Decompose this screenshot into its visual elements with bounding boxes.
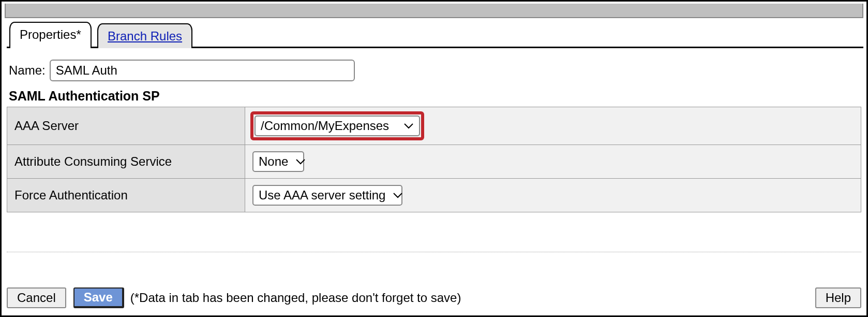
cancel-button[interactable]: Cancel	[7, 287, 66, 308]
chevron-down-icon	[403, 122, 414, 129]
force-auth-cell: Use AAA server setting	[245, 179, 861, 212]
tab-row: Properties* Branch Rules	[7, 21, 863, 48]
chevron-down-icon	[393, 192, 403, 199]
aaa-server-value: /Common/MyExpenses	[261, 119, 389, 133]
footer: Cancel Save (*Data in tab has been chang…	[7, 287, 861, 308]
table-row: Attribute Consuming Service None	[7, 145, 861, 179]
force-auth-value: Use AAA server setting	[259, 188, 385, 203]
help-button[interactable]: Help	[815, 287, 861, 308]
table-row: Force Authentication Use AAA server sett…	[7, 179, 861, 212]
aaa-server-select[interactable]: /Common/MyExpenses	[255, 116, 420, 136]
name-input[interactable]	[50, 60, 355, 81]
acs-select[interactable]: None	[252, 151, 304, 172]
section-title: SAML Authentication SP	[9, 89, 861, 104]
tab-properties[interactable]: Properties*	[9, 22, 92, 48]
force-auth-select[interactable]: Use AAA server setting	[252, 185, 402, 206]
titlebar	[5, 4, 863, 18]
save-button[interactable]: Save	[73, 287, 124, 308]
acs-cell: None	[245, 145, 861, 179]
table-row: AAA Server /Common/MyExpenses	[7, 107, 861, 145]
aaa-server-label: AAA Server	[7, 107, 245, 145]
save-hint: (*Data in tab has been changed, please d…	[130, 291, 461, 305]
aaa-server-cell: /Common/MyExpenses	[245, 107, 861, 145]
force-auth-label: Force Authentication	[7, 179, 245, 212]
aaa-server-highlight: /Common/MyExpenses	[250, 111, 424, 140]
chevron-down-icon	[295, 158, 306, 165]
acs-value: None	[259, 154, 288, 169]
name-label: Name:	[9, 63, 46, 78]
name-row: Name:	[9, 60, 861, 81]
tab-content: Name: SAML Authentication SP AAA Server …	[7, 56, 861, 252]
dialog-window: Properties* Branch Rules Name: SAML Auth…	[0, 0, 868, 317]
acs-label: Attribute Consuming Service	[7, 145, 245, 179]
tab-branch-rules[interactable]: Branch Rules	[97, 23, 192, 48]
config-table: AAA Server /Common/MyExpenses Attribute …	[7, 107, 861, 212]
